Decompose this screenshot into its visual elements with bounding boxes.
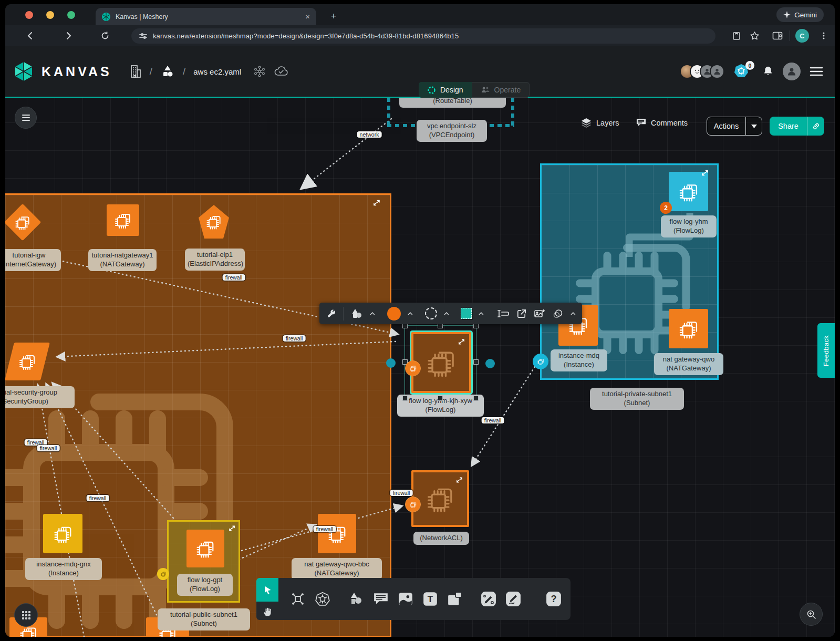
node-flow-log-yhm[interactable] [669, 172, 708, 211]
lasso-select-button[interactable] [552, 308, 564, 319]
bookmark-star-icon[interactable] [748, 29, 761, 42]
component-style-button[interactable] [461, 308, 472, 319]
edge-label[interactable]: firewall [223, 274, 245, 281]
expand-region-icon[interactable] [701, 169, 709, 177]
organization-icon[interactable] [128, 64, 142, 79]
new-tab-button[interactable]: + [327, 9, 340, 23]
browser-profile-avatar[interactable]: C [795, 29, 809, 43]
share-button[interactable]: Share [770, 117, 824, 136]
zoom-button[interactable] [800, 603, 823, 626]
design-canvas[interactable]: (RouteTable) vpc endpoint-slz(VPCEndpoin… [5, 98, 835, 637]
node-label[interactable]: tutorial-private-subnet1(Subnet) [590, 388, 684, 410]
node-nat-gateway-qwo[interactable] [669, 309, 708, 348]
layers-button[interactable]: Layers [580, 118, 619, 128]
comment-tool-button[interactable] [373, 592, 389, 606]
shapes-tool-button[interactable] [348, 592, 364, 606]
node-label[interactable]: tutorial-security-group(SecurityGroup) [5, 386, 75, 408]
kubernetes-tool-button[interactable] [315, 591, 330, 607]
node-label[interactable]: flow log-gpt(FlowLog) [177, 574, 233, 596]
reload-button[interactable] [99, 29, 111, 42]
node-label[interactable]: nat gateway-qwo-bbc(NATGateway) [292, 558, 382, 580]
chevron-up-icon[interactable] [408, 312, 413, 315]
fill-color-button[interactable] [387, 307, 401, 320]
node-label[interactable]: instance-mdq(Instance) [551, 349, 607, 371]
resize-handle[interactable] [402, 396, 408, 401]
node-label[interactable]: flow log-yhm(FlowLog) [661, 215, 717, 237]
node-label[interactable]: instance-mdq-gnx(Instance) [25, 558, 102, 580]
node-nat-gateway-1[interactable] [107, 204, 139, 236]
node-instance-mdq-gnx[interactable] [43, 514, 82, 553]
mesh-sync-icon[interactable] [253, 65, 266, 78]
text-tool-button[interactable]: T [422, 591, 438, 607]
kanvas-logo-icon[interactable] [14, 61, 34, 82]
node-kind-badge[interactable] [533, 354, 548, 369]
node-kind-badge[interactable] [405, 497, 421, 512]
tab-operate-mode[interactable]: Operate [472, 82, 530, 98]
rename-button[interactable] [497, 308, 510, 319]
canvas-menu-button[interactable] [15, 107, 37, 129]
maximize-window-button[interactable] [67, 11, 75, 19]
pan-tool-button[interactable] [256, 602, 278, 620]
edge-label[interactable]: firewall [283, 335, 306, 342]
app-menu-icon[interactable] [810, 66, 823, 77]
edge-label[interactable]: firewall [482, 417, 504, 423]
designs-icon[interactable] [160, 64, 175, 79]
node-network-acl[interactable] [411, 470, 469, 527]
connection-dot[interactable] [485, 359, 495, 368]
node-label[interactable]: (NetworkACL) [413, 532, 469, 545]
address-bar[interactable]: kanvas.new/extension/meshmap?mode=design… [131, 28, 715, 44]
open-external-button[interactable] [516, 308, 527, 319]
save-page-icon[interactable] [730, 29, 743, 42]
browser-tab[interactable]: Kanvas | Meshery × [96, 8, 316, 25]
actions-button[interactable]: Actions [707, 117, 762, 136]
node-label[interactable]: nat gateway-qwo(NATGateway) [654, 353, 723, 375]
minimize-window-button[interactable] [46, 11, 54, 19]
site-settings-icon[interactable] [139, 32, 148, 40]
help-button[interactable]: ? [546, 591, 562, 607]
collaborator-avatar[interactable] [710, 64, 724, 79]
resize-handle[interactable] [473, 396, 479, 401]
node-nat-gateway-qwo-bbc[interactable] [318, 514, 356, 553]
resize-handle[interactable] [473, 359, 479, 365]
add-image-button[interactable] [534, 308, 545, 319]
user-avatar[interactable] [783, 63, 801, 80]
copy-link-button[interactable] [807, 122, 824, 130]
chevron-up-icon[interactable] [370, 312, 375, 315]
cluster-status-button[interactable]: 0 [733, 63, 753, 80]
close-window-button[interactable] [25, 11, 33, 19]
node-label[interactable]: tutorial-igw(InternetGateway) [5, 249, 61, 271]
edge-label[interactable]: firewall [314, 526, 336, 532]
apps-grid-button[interactable] [14, 603, 38, 627]
chevron-up-icon[interactable] [444, 312, 449, 315]
side-panel-icon[interactable] [771, 29, 784, 42]
select-tool-button[interactable] [256, 578, 278, 602]
edge-label[interactable]: network [357, 131, 382, 138]
tab-close-icon[interactable]: × [305, 12, 310, 21]
chevron-up-icon[interactable] [479, 312, 484, 315]
edge-label[interactable]: firewall [87, 495, 109, 501]
tab-design-mode[interactable]: Design [419, 82, 472, 98]
actions-dropdown-button[interactable] [746, 125, 762, 128]
edge-label[interactable]: firewall [390, 490, 413, 496]
resize-handle[interactable] [438, 396, 443, 401]
edge-label[interactable]: firewall [37, 445, 60, 451]
edge-pen-tool-button[interactable] [481, 591, 496, 607]
chevron-up-icon[interactable] [571, 312, 576, 315]
image-tool-button[interactable] [398, 592, 413, 606]
flow-log-gpt-badge[interactable] [157, 568, 169, 580]
browser-menu-icon[interactable] [817, 29, 830, 42]
shapes-menu-button[interactable] [350, 308, 363, 319]
gemini-button[interactable]: Gemini [776, 7, 824, 22]
expand-region-icon[interactable] [373, 199, 380, 206]
node-flow-log-gpt[interactable] [186, 530, 224, 567]
collaborator-avatars[interactable] [680, 64, 724, 79]
freehand-pen-tool-button[interactable] [505, 591, 521, 607]
forward-button[interactable] [62, 29, 75, 42]
sticky-note-tool-button[interactable] [447, 592, 463, 606]
edge-network[interactable] [302, 119, 391, 188]
comments-button[interactable]: Comments [636, 118, 688, 128]
cloud-saved-icon[interactable] [274, 66, 288, 77]
node-label[interactable]: tutorial-eip1(ElasticIPAddress) [185, 249, 245, 271]
expand-node-icon[interactable] [229, 525, 235, 532]
notifications-bell-icon[interactable] [762, 65, 774, 78]
